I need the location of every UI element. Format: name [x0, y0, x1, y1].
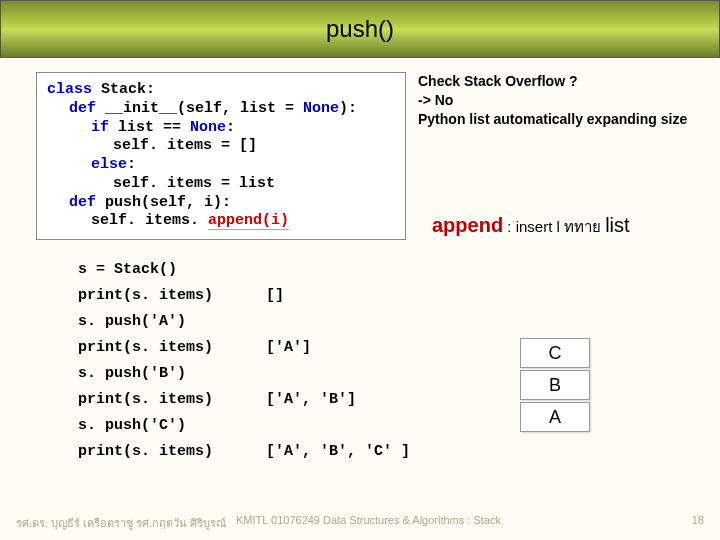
append-annotation: append : insert l ททาย list	[432, 214, 630, 239]
demo-row: s. push('C')	[78, 412, 700, 438]
code-text: self. items.	[91, 212, 208, 229]
code-text: s =	[78, 261, 114, 278]
append-word: append	[432, 214, 503, 236]
colon: :	[146, 81, 155, 98]
slide-title: push()	[326, 15, 394, 43]
append-desc: : insert l ททาย	[503, 218, 605, 235]
code-text: __init__(self, list =	[105, 100, 303, 117]
kw-none: None	[303, 100, 339, 117]
footer-page: 18	[664, 514, 704, 532]
code-line: self. items = list	[47, 175, 395, 194]
stack-cell-top: C	[520, 338, 590, 368]
code-text: ):	[339, 100, 357, 117]
demo-row: s = Stack()	[78, 256, 700, 282]
kw-def: def	[69, 194, 105, 211]
demo-code: s. push('B')	[78, 366, 266, 381]
title-bar: push()	[0, 0, 720, 58]
demo-row: s. push('B')	[78, 360, 700, 386]
demo-block: s = Stack() print(s. items) [] s. push('…	[78, 256, 700, 464]
slide-footer: รศ.ดร. บุญธีร์ เครือตราชู รศ.กฤตวัน ศิริ…	[0, 514, 720, 532]
demo-output: ['A', 'B', 'C' ]	[266, 444, 446, 459]
kw-class: class	[47, 81, 101, 98]
footer-course: KMITL 01076249 Data Structures & Algorit…	[236, 514, 664, 532]
demo-code: s. push('C')	[78, 418, 266, 433]
demo-code: print(s. items)	[78, 444, 266, 459]
append-call: append(i)	[208, 212, 289, 230]
demo-row: print(s. items) ['A', 'B', 'C' ]	[78, 438, 700, 464]
code-text: list ==	[118, 119, 190, 136]
demo-code: print(s. items)	[78, 340, 266, 355]
class-ref: Stack	[114, 261, 159, 278]
overflow-line: Python list automatically expanding size	[418, 110, 687, 129]
kw-def: def	[69, 100, 105, 117]
code-line: def __init__(self, list = None):	[47, 100, 395, 119]
code-line: if list == None:	[47, 119, 395, 138]
code-line: self. items. append(i)	[47, 212, 395, 231]
code-line: else:	[47, 156, 395, 175]
code-text: self. items = list	[113, 175, 275, 192]
list-word: list	[605, 214, 629, 236]
footer-authors: รศ.ดร. บุญธีร์ เครือตราชู รศ.กฤตวัน ศิริ…	[16, 514, 236, 532]
code-text: self. items = []	[113, 137, 257, 154]
stack-visual: C B A	[520, 338, 590, 434]
stack-cell-bottom: A	[520, 402, 590, 432]
demo-code: s = Stack()	[78, 262, 266, 277]
kw-else: else	[91, 156, 127, 173]
code-text: push(self, i):	[105, 194, 231, 211]
code-text: :	[127, 156, 136, 173]
kw-none: None	[190, 119, 226, 136]
demo-output: ['A']	[266, 340, 446, 355]
content-area: class Stack: def __init__(self, list = N…	[0, 58, 720, 464]
demo-output: ['A', 'B']	[266, 392, 446, 407]
class-code-box: class Stack: def __init__(self, list = N…	[36, 72, 406, 240]
overflow-line: -> No	[418, 91, 687, 110]
demo-row: print(s. items) ['A', 'B']	[78, 386, 700, 412]
demo-output: []	[266, 288, 446, 303]
overflow-line: Check Stack Overflow ?	[418, 72, 687, 91]
stack-cell-mid: B	[520, 370, 590, 400]
code-line: def push(self, i):	[47, 194, 395, 213]
demo-row: s. push('A')	[78, 308, 700, 334]
class-name: Stack	[101, 81, 146, 98]
demo-row: print(s. items) ['A']	[78, 334, 700, 360]
demo-code: s. push('A')	[78, 314, 266, 329]
code-text: ()	[159, 261, 177, 278]
overflow-note: Check Stack Overflow ? -> No Python list…	[418, 72, 687, 129]
code-line: class Stack:	[47, 81, 395, 100]
code-text: :	[226, 119, 235, 136]
demo-code: print(s. items)	[78, 392, 266, 407]
kw-if: if	[91, 119, 118, 136]
demo-code: print(s. items)	[78, 288, 266, 303]
demo-row: print(s. items) []	[78, 282, 700, 308]
code-line: self. items = []	[47, 137, 395, 156]
